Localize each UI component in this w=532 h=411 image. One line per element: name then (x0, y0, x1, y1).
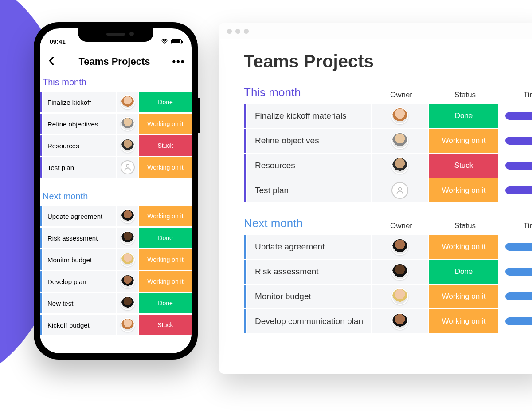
task-status[interactable]: Stuck (139, 135, 192, 156)
mobile-task-row[interactable]: Update agreementWorking on it (40, 206, 192, 226)
task-timeline[interactable] (505, 235, 532, 259)
mobile-task-row[interactable]: Test planWorking on it (40, 157, 192, 178)
more-menu-button[interactable]: ••• (172, 56, 185, 67)
window-minimize-dot[interactable] (235, 29, 240, 34)
desktop-task-row[interactable]: Test planWorking on it (244, 178, 532, 202)
mobile-task-row[interactable]: Refine objectivesWorking on it (40, 114, 192, 134)
avatar (121, 231, 135, 245)
task-owner-cell[interactable] (371, 129, 428, 153)
task-owner-cell[interactable] (371, 154, 428, 178)
task-timeline[interactable] (505, 260, 532, 284)
task-name[interactable]: Kickoff budget (43, 315, 116, 335)
mobile-task-row[interactable]: Kickoff budgetStuck (40, 315, 192, 335)
task-name[interactable]: Risk assessment (43, 228, 116, 248)
task-owner-cell[interactable] (117, 315, 138, 335)
back-button[interactable] (46, 56, 57, 67)
task-status[interactable]: Done (139, 92, 192, 112)
task-status[interactable]: Stuck (139, 315, 192, 335)
task-owner-cell[interactable] (117, 114, 138, 134)
mobile-task-row[interactable]: Monitor budgetWorking on it (40, 249, 192, 270)
task-timeline[interactable] (505, 129, 532, 153)
desktop-task-row[interactable]: Risk assessmentDone (244, 260, 532, 284)
column-header-status: Status (430, 221, 500, 230)
mobile-task-row[interactable]: Risk assessmentDone (40, 228, 192, 248)
mobile-task-row[interactable]: New testDone (40, 293, 192, 313)
mobile-task-row[interactable]: Develop planWorking on it (40, 271, 192, 292)
task-status[interactable]: Done (139, 228, 192, 248)
phone-frame: 09:41 Teams Projects ••• This monthFinal… (34, 22, 198, 360)
task-owner-cell[interactable] (117, 157, 138, 178)
task-name[interactable]: Refine objectives (43, 114, 116, 134)
mobile-section-title[interactable]: Next month (40, 187, 192, 206)
task-status[interactable]: Working on it (139, 114, 192, 134)
task-name[interactable]: Test plan (246, 178, 371, 202)
task-name[interactable]: Develop communication plan (246, 309, 371, 333)
task-name[interactable]: Update agreement (43, 206, 116, 226)
task-owner-cell[interactable] (371, 235, 428, 259)
task-owner-cell[interactable] (117, 206, 138, 226)
window-close-dot[interactable] (227, 29, 232, 34)
mobile-task-row[interactable]: ResourcesStuck (40, 135, 192, 156)
task-owner-cell[interactable] (117, 271, 138, 292)
desktop-task-row[interactable]: ResourcesStuck (244, 154, 532, 178)
task-name[interactable]: Monitor budget (43, 249, 116, 270)
task-name[interactable]: Finalize kickoff (43, 92, 116, 112)
task-name[interactable]: Resources (43, 135, 116, 156)
mobile-section-title[interactable]: This month (40, 73, 192, 92)
task-owner-cell[interactable] (117, 92, 138, 112)
task-status[interactable]: Working on it (428, 178, 498, 202)
desktop-task-row[interactable]: Finalize kickoff materialsDone (244, 104, 532, 128)
task-status[interactable]: Done (428, 260, 498, 284)
task-name[interactable]: Refine objectives (246, 129, 371, 153)
task-name[interactable]: Develop plan (43, 271, 116, 292)
timeline-pill (505, 317, 532, 325)
avatar (391, 132, 408, 149)
row-color-bar (40, 114, 42, 134)
task-status[interactable]: Working on it (139, 157, 192, 178)
task-status[interactable]: Working on it (139, 249, 192, 270)
task-name[interactable]: Finalize kickoff materials (246, 104, 371, 128)
task-name[interactable]: New test (43, 293, 116, 313)
task-name[interactable]: Monitor budget (246, 285, 371, 308)
desktop-task-row[interactable]: Update agreementWorking on it (244, 235, 532, 259)
task-owner-cell[interactable] (117, 228, 138, 248)
task-owner-cell[interactable] (371, 309, 428, 333)
task-status[interactable]: Done (428, 104, 498, 128)
task-name[interactable]: Risk assessment (246, 260, 371, 284)
task-name[interactable]: Test plan (43, 157, 116, 178)
task-owner-cell[interactable] (371, 104, 428, 128)
task-status[interactable]: Working on it (139, 271, 192, 292)
task-status[interactable]: Working on it (139, 206, 192, 226)
avatar (121, 95, 135, 109)
task-status[interactable]: Working on it (428, 285, 498, 308)
task-timeline[interactable] (505, 285, 532, 308)
task-timeline[interactable] (505, 154, 532, 178)
task-name[interactable]: Resources (246, 154, 371, 178)
task-timeline[interactable] (505, 104, 532, 128)
task-name[interactable]: Update agreement (246, 235, 371, 259)
desktop-task-row[interactable]: Monitor budgetWorking on it (244, 285, 532, 308)
task-status[interactable]: Done (139, 293, 192, 313)
desktop-task-row[interactable]: Refine objectivesWorking on it (244, 129, 532, 153)
task-status[interactable]: Stuck (428, 154, 498, 178)
task-status[interactable]: Working on it (428, 129, 498, 153)
app-header: Teams Projects ••• (40, 49, 192, 73)
desktop-task-row[interactable]: Develop communication planWorking on it (244, 309, 532, 333)
task-status[interactable]: Working on it (428, 309, 498, 333)
task-status[interactable]: Working on it (428, 235, 498, 259)
task-owner-cell[interactable] (371, 260, 428, 284)
task-timeline[interactable] (505, 309, 532, 333)
desktop-section-title[interactable]: This month (244, 86, 372, 99)
avatar (391, 238, 408, 255)
task-owner-cell[interactable] (117, 135, 138, 156)
timeline-pill (505, 243, 532, 251)
task-owner-cell[interactable] (371, 285, 428, 308)
desktop-section-title[interactable]: Next month (244, 217, 372, 230)
mobile-task-row[interactable]: Finalize kickoffDone (40, 92, 192, 112)
task-owner-cell[interactable] (117, 293, 138, 313)
window-maximize-dot[interactable] (244, 29, 249, 34)
task-owner-cell[interactable] (117, 249, 138, 270)
task-owner-cell[interactable] (371, 178, 428, 202)
timeline-pill (505, 162, 532, 170)
task-timeline[interactable] (505, 178, 532, 202)
